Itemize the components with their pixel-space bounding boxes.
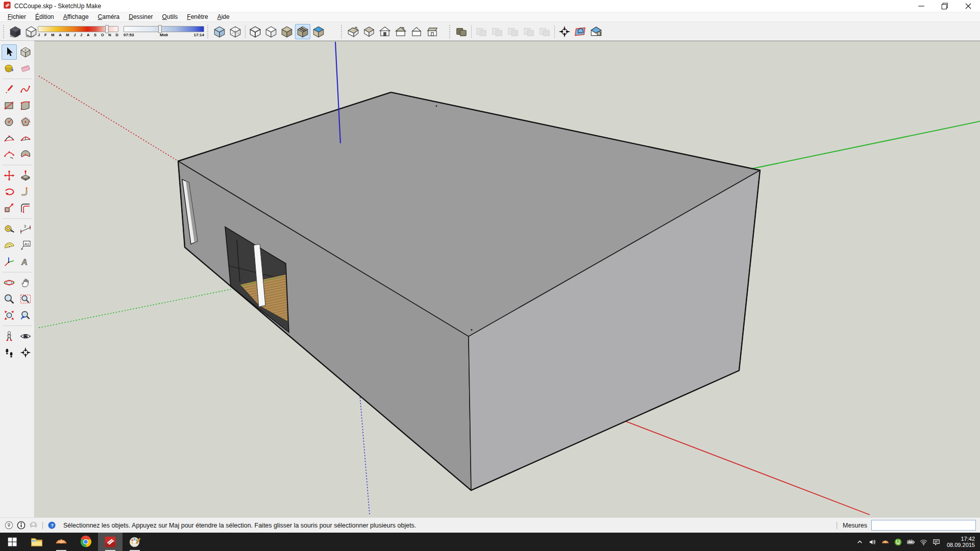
right-view-button[interactable] [425, 24, 440, 39]
menu-dessiner[interactable]: Dessiner [124, 13, 157, 21]
walk-tool[interactable] [2, 345, 17, 360]
measurements-input[interactable] [871, 520, 976, 531]
front-view-button[interactable] [377, 24, 393, 39]
freehand-tool[interactable] [18, 82, 33, 97]
hidden-line-style-button[interactable] [263, 24, 279, 39]
close-button[interactable] [957, 0, 980, 12]
menu-fichier[interactable]: Fichier [3, 13, 31, 21]
section-plane-tool[interactable]: C [18, 345, 33, 360]
menu-fenetre[interactable]: Fenêtre [182, 13, 212, 21]
battery-icon[interactable] [906, 538, 915, 546]
two-point-arc-tool[interactable] [18, 131, 33, 146]
look-around-tool[interactable] [18, 329, 33, 344]
explorer-button[interactable] [24, 533, 49, 551]
follow-me-tool[interactable] [18, 184, 33, 199]
rotated-rectangle-tool[interactable] [18, 98, 33, 113]
push-pull-tool[interactable] [18, 168, 33, 183]
zoom-previous-tool[interactable] [18, 308, 33, 323]
menu-aide[interactable]: Aide [213, 13, 234, 21]
axes-tool[interactable] [2, 254, 17, 269]
restore-button[interactable] [933, 0, 957, 12]
start-button[interactable] [0, 533, 24, 551]
rectangle-tool[interactable] [2, 98, 17, 113]
chevron-up-icon[interactable] [855, 538, 864, 546]
iso-view-button[interactable] [346, 24, 361, 39]
time-slider-handle[interactable] [158, 25, 162, 33]
paint-button[interactable] [122, 533, 147, 551]
help-button[interactable]: ? [47, 520, 57, 530]
tape-measure-tool[interactable] [2, 221, 17, 237]
back-edges-style-icon [229, 25, 242, 38]
taskbar-clock[interactable]: 17:42 08.09.2015 [947, 536, 975, 548]
monochrome-style-button[interactable] [311, 24, 326, 39]
chrome-button[interactable] [74, 533, 98, 551]
trim-button [521, 24, 536, 39]
polygon-tool[interactable] [18, 114, 33, 130]
menu-affichage[interactable]: Affichage [59, 13, 93, 21]
wifi-icon[interactable] [919, 538, 928, 546]
three-point-arc-tool[interactable] [2, 147, 17, 162]
solid-tools-toolbar-grip[interactable] [449, 25, 452, 38]
back-edges-style-button[interactable] [228, 24, 243, 39]
user-button[interactable] [29, 520, 38, 530]
credits-button[interactable] [16, 520, 26, 530]
left-view-button[interactable] [409, 24, 424, 39]
xray-style-button[interactable] [212, 24, 227, 39]
display-section-planes-button[interactable] [573, 24, 588, 39]
shadow-settings-button[interactable] [8, 24, 23, 39]
pan-tool[interactable] [18, 275, 33, 290]
notifications-icon[interactable] [932, 538, 941, 546]
time-slider-bar[interactable] [124, 26, 204, 32]
geolocation-button[interactable] [4, 520, 14, 530]
toggle-shadows-button[interactable] [23, 24, 39, 39]
volume-icon[interactable] [868, 538, 877, 546]
menu-outils[interactable]: Outils [158, 13, 183, 21]
rotate-tool [3, 186, 15, 198]
back-view-button[interactable] [393, 24, 408, 39]
top-view-button[interactable] [361, 24, 377, 39]
date-slider-bar[interactable] [38, 26, 118, 32]
move-tool[interactable] [2, 168, 17, 183]
views-toolbar-grip[interactable] [341, 25, 344, 38]
utorrent-icon[interactable] [894, 538, 902, 546]
date-slider-handle[interactable] [105, 25, 109, 33]
minimize-button[interactable] [910, 0, 933, 12]
dimension-tool[interactable]: 3 [18, 221, 33, 237]
circle-tool[interactable] [2, 114, 17, 130]
menu-edition[interactable]: Édition [31, 13, 59, 21]
display-section-cuts-button[interactable] [589, 24, 604, 39]
shaded-textures-style-button[interactable] [295, 24, 310, 39]
clementine-tray-icon[interactable] [881, 538, 890, 546]
offset-tool[interactable] [18, 201, 33, 216]
shaded-style-button[interactable] [279, 24, 295, 39]
zoom-extents-tool[interactable] [2, 308, 17, 323]
model-viewport[interactable] [35, 41, 980, 517]
zoom-tool[interactable] [2, 291, 17, 307]
arc-tool[interactable] [2, 131, 17, 146]
protractor-tool[interactable] [2, 238, 17, 253]
shadow-time-slider[interactable]: 07:53Midi17:14 [124, 26, 204, 37]
make-component-tool[interactable] [18, 44, 33, 60]
sketchup-button[interactable] [98, 533, 122, 551]
model-canvas[interactable] [35, 41, 980, 517]
line-tool[interactable] [2, 82, 17, 97]
eraser-tool[interactable] [18, 61, 33, 76]
shadow-date-slider[interactable]: JFMAMJJASOND [38, 26, 118, 37]
zoom-window-tool[interactable] [18, 291, 33, 307]
section-compass-button[interactable]: C [557, 24, 572, 39]
pie-tool[interactable] [18, 147, 33, 162]
face-style-toolbar-grip[interactable] [207, 25, 210, 38]
3d-text-tool[interactable]: A [18, 254, 33, 269]
wireframe-style-button[interactable] [248, 24, 263, 39]
clementine-button[interactable] [49, 533, 74, 551]
menu-camera[interactable]: Caméra [93, 13, 125, 21]
outer-shell-button[interactable] [454, 24, 469, 39]
scale-tool[interactable] [2, 201, 17, 216]
text-tool[interactable]: A1 [18, 238, 33, 253]
orbit-tool[interactable] [2, 275, 17, 290]
paint-bucket-tool[interactable] [2, 61, 17, 76]
select-tool[interactable] [2, 44, 17, 60]
rotate-tool[interactable] [2, 184, 17, 199]
shadow-toolbar-grip[interactable] [3, 25, 6, 38]
position-camera-tool[interactable] [2, 329, 17, 344]
